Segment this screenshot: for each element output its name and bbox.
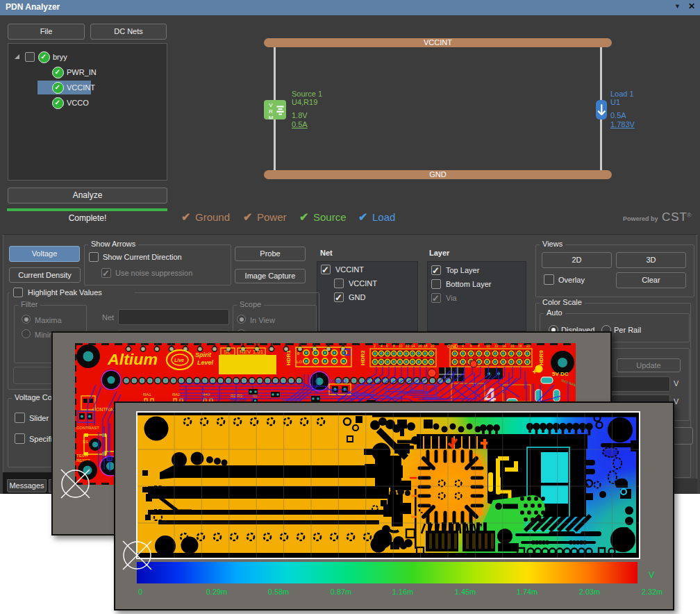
- svg-text:2: 2: [374, 344, 376, 348]
- svg-text:8: 8: [478, 344, 480, 348]
- svg-text:CONTRAST: CONTRAST: [76, 426, 99, 430]
- svg-text:12: 12: [406, 344, 410, 348]
- svg-text:10: 10: [399, 344, 403, 348]
- svg-text:HDR1: HDR1: [285, 350, 292, 365]
- svg-text:8: 8: [393, 344, 395, 348]
- svg-text:18: 18: [424, 344, 428, 348]
- svg-text:14: 14: [502, 344, 506, 348]
- svg-text:M: M: [269, 115, 274, 119]
- svg-text:Altium: Altium: [107, 351, 158, 368]
- svg-text:HDR9: HDR9: [538, 350, 544, 365]
- svg-text:GND: GND: [447, 344, 458, 349]
- svg-text:20: 20: [526, 344, 531, 348]
- svg-text:R: R: [269, 108, 273, 115]
- svg-text:12: 12: [494, 344, 499, 348]
- svg-text:14: 14: [411, 344, 415, 348]
- svg-text:Spirit: Spirit: [195, 351, 212, 358]
- svg-text:10: 10: [486, 344, 490, 348]
- svg-text:SS: SS: [83, 440, 88, 444]
- svg-text:Live: Live: [174, 358, 184, 363]
- svg-text:5V DC: 5V DC: [552, 371, 569, 377]
- svg-text:V: V: [269, 102, 273, 108]
- svg-text:Level: Level: [197, 359, 214, 366]
- svg-text:4: 4: [381, 344, 383, 348]
- svg-text:20: 20: [431, 344, 435, 348]
- svg-text:HDR2: HDR2: [360, 350, 366, 365]
- svg-text:2: 2: [454, 344, 456, 348]
- svg-text:6: 6: [470, 344, 472, 348]
- svg-text:RA1: RA1: [143, 392, 151, 397]
- svg-text:16: 16: [418, 344, 422, 348]
- svg-text:X axis1: X axis1: [331, 379, 347, 383]
- svg-text:SL: SL: [224, 349, 231, 355]
- svg-text:LO: LO: [297, 360, 302, 364]
- svg-text:4: 4: [462, 344, 464, 348]
- svg-text:16: 16: [510, 344, 515, 348]
- svg-text:6: 6: [386, 344, 388, 348]
- svg-text:REV 1.01: REV 1.01: [240, 349, 264, 355]
- svg-text:TEST/: TEST/: [76, 454, 88, 458]
- svg-text:18: 18: [518, 344, 522, 348]
